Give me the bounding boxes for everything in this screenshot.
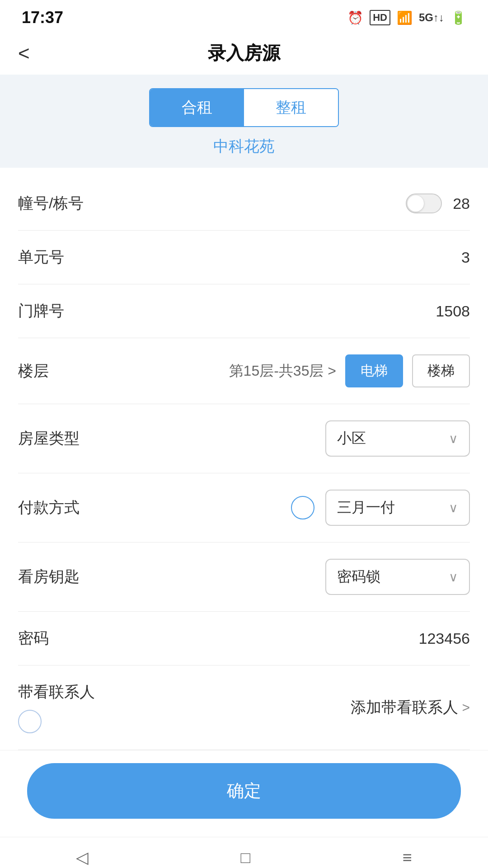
dropdown-key-arrow: ∨ [449, 570, 458, 585]
dropdown-payment[interactable]: 三月一付 ∨ [325, 490, 470, 526]
payment-circle[interactable] [291, 496, 314, 519]
form-row-door: 门牌号 1508 [18, 284, 470, 338]
contact-link[interactable]: 添加带看联系人 > [351, 697, 470, 718]
label-unit: 单元号 [18, 247, 64, 268]
signal-icon: 5G↑↓ [419, 11, 444, 24]
bottom-bar: 确定 [0, 750, 488, 837]
toggle-knob [408, 195, 424, 212]
label-floor: 楼层 [18, 361, 49, 382]
form-row-key: 看房钥匙 密码锁 ∨ [18, 542, 470, 612]
contact-circle [18, 710, 42, 733]
form-row-contact: 带看联系人 添加带看联系人 > [18, 665, 470, 750]
nav-back-icon[interactable]: ◁ [76, 848, 89, 867]
status-icons: ⏰ HD 📶 5G↑↓ 🔋 [347, 10, 466, 25]
floor-info[interactable]: 第15层-共35层 > [229, 361, 336, 381]
label-password: 密码 [18, 628, 49, 649]
form-row-unit: 单元号 3 [18, 231, 470, 284]
floor-row: 第15层-共35层 > 电梯 楼梯 [229, 354, 470, 387]
dropdown-key[interactable]: 密码锁 ∨ [325, 559, 470, 595]
nav-bar: ◁ □ ≡ [0, 837, 488, 868]
form-row-password: 密码 123456 [18, 612, 470, 665]
dropdown-payment-value: 三月一付 [337, 498, 395, 518]
nav-home-icon[interactable]: □ [241, 848, 251, 867]
form-row-housetype: 房屋类型 小区 ∨ [18, 404, 470, 473]
dropdown-key-value: 密码锁 [337, 567, 380, 587]
status-time: 17:37 [22, 8, 63, 27]
wifi-icon: 📶 [397, 10, 413, 25]
label-housetype: 房屋类型 [18, 428, 80, 449]
tab-hezhu[interactable]: 合租 [150, 89, 244, 126]
label-door: 门牌号 [18, 301, 64, 321]
header: < 录入房源 [0, 32, 488, 75]
status-bar: 17:37 ⏰ HD 📶 5G↑↓ 🔋 [0, 0, 488, 32]
form-row-building: 幢号/栋号 28 [18, 177, 470, 231]
dropdown-housetype[interactable]: 小区 ∨ [325, 420, 470, 457]
dropdown-housetype-value: 小区 [337, 429, 366, 448]
confirm-button[interactable]: 确定 [27, 763, 461, 819]
value-password[interactable]: 123456 [419, 630, 470, 647]
label-building: 幢号/栋号 [18, 193, 84, 214]
tab-zhengzu[interactable]: 整租 [244, 89, 338, 126]
page-title: 录入房源 [208, 41, 280, 66]
dropdown-housetype-arrow: ∨ [449, 431, 458, 446]
form-section: 幢号/栋号 28 单元号 3 门牌号 1508 楼层 第15层-共35层 > 电… [0, 177, 488, 750]
form-row-floor: 楼层 第15层-共35层 > 电梯 楼梯 [18, 338, 470, 404]
floor-btn-elevator[interactable]: 电梯 [345, 354, 403, 387]
battery-icon: 🔋 [450, 10, 466, 25]
payment-row: 三月一付 ∨ [291, 490, 470, 526]
dropdown-payment-arrow: ∨ [449, 500, 458, 515]
back-button[interactable]: < [18, 42, 30, 65]
label-contact: 带看联系人 [18, 682, 95, 703]
floor-btn-stairs[interactable]: 楼梯 [412, 354, 470, 387]
value-building: 28 [453, 195, 470, 212]
value-door[interactable]: 1508 [436, 302, 470, 320]
hd-icon: HD [370, 10, 390, 25]
toggle-building[interactable] [406, 193, 442, 213]
tab-bar: 合租 整租 [149, 88, 339, 127]
value-unit[interactable]: 3 [461, 249, 470, 266]
contact-arrow-icon: > [462, 700, 470, 715]
alarm-icon: ⏰ [347, 10, 363, 25]
community-name[interactable]: 中科花苑 [213, 136, 275, 157]
tab-section: 合租 整租 中科花苑 [0, 75, 488, 168]
form-row-payment: 付款方式 三月一付 ∨ [18, 473, 470, 542]
contact-link-text: 添加带看联系人 [351, 697, 458, 718]
label-key: 看房钥匙 [18, 566, 80, 587]
nav-menu-icon[interactable]: ≡ [403, 848, 412, 867]
label-payment: 付款方式 [18, 497, 80, 518]
